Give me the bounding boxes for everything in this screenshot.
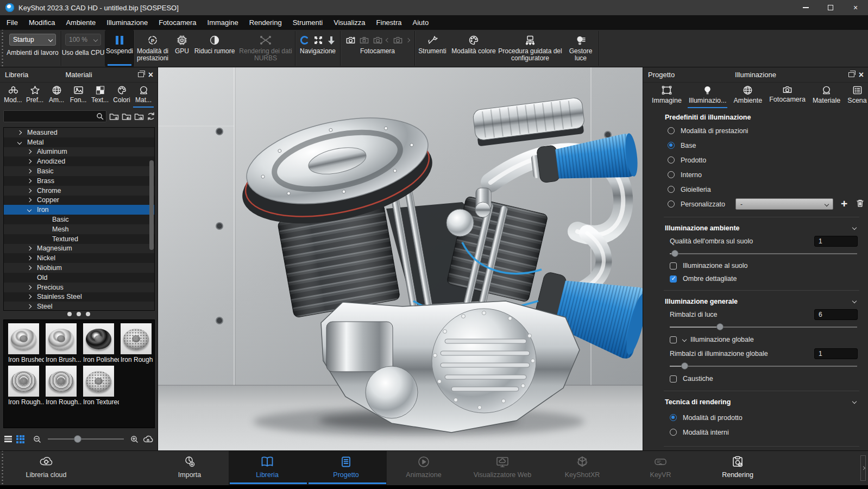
tree-item-chrome[interactable]: Chrome <box>4 186 154 196</box>
menu-modifica[interactable]: Modifica <box>23 15 60 30</box>
tree-item-brass[interactable]: Brass <box>4 176 154 186</box>
reset-camera-icon[interactable] <box>300 35 310 45</box>
camera-icon[interactable] <box>393 36 403 45</box>
keyshotxr-button[interactable]: KeyShotXR <box>542 454 623 479</box>
project-ribbon-button[interactable]: Progetto <box>305 454 387 479</box>
delete-preset-icon[interactable] <box>856 199 864 209</box>
collapse-section-icon[interactable] <box>852 299 857 303</box>
custom-preset-dropdown[interactable]: - <box>735 198 833 210</box>
tab-colors[interactable]: Colori <box>111 84 133 108</box>
material-thumb-iron-brushed[interactable]: Iron Brushed <box>8 323 39 363</box>
nurbs-rendering-button[interactable]: Rendering dei dati NURBS <box>236 30 295 67</box>
menu-aiuto[interactable]: Aiuto <box>407 15 435 30</box>
tree-item-iron[interactable]: Iron <box>4 205 154 215</box>
tab-materials[interactable]: Mat... <box>133 84 154 108</box>
detailed-shadows-row[interactable]: Ombre dettagliate <box>643 272 868 285</box>
zoom-out-icon[interactable] <box>33 435 41 443</box>
cycle-camera-icon[interactable] <box>373 36 383 45</box>
menu-visualizza[interactable]: Visualizza <box>328 15 370 30</box>
preset-jewelry[interactable]: Gioielleria <box>643 182 868 197</box>
tree-item-magnesium[interactable]: Magnesium <box>4 244 154 254</box>
cpu-usage-dropdown[interactable]: 100 % <box>65 34 101 46</box>
tab-camera[interactable]: Fotocamera <box>768 84 807 108</box>
animation-button[interactable]: Animazione <box>383 454 464 479</box>
menu-finestra[interactable]: Finestra <box>371 15 407 30</box>
tree-item-anodized[interactable]: Anodized <box>4 156 154 166</box>
add-camera-icon[interactable] <box>345 36 356 45</box>
minimize-button[interactable] <box>793 0 818 15</box>
add-folder-icon[interactable] <box>109 112 119 121</box>
tab-image[interactable]: Immagine <box>651 84 683 108</box>
tree-item-iron-textured[interactable]: Textured <box>4 234 154 244</box>
tree-item-stainless-steel[interactable]: Stainless Steel <box>4 292 154 302</box>
list-view-icon[interactable] <box>4 436 12 442</box>
material-thumb-iron-brushed2[interactable]: Iron Brush... <box>46 323 77 363</box>
material-thumb-iron-rough[interactable]: Iron Rough <box>121 323 152 363</box>
tree-item-precious[interactable]: Precious <box>4 283 154 292</box>
close-panel-icon[interactable]: × <box>148 72 153 78</box>
navigation-group[interactable]: Navigazione <box>295 30 340 67</box>
tab-textures[interactable]: Text... <box>89 84 111 108</box>
global-illumination-row[interactable]: Illuminazione globale <box>643 333 868 347</box>
color-mode-button[interactable]: Modalità colore <box>450 30 498 67</box>
thumbnail-size-slider[interactable] <box>48 435 124 443</box>
import-button[interactable]: Importa <box>149 454 230 479</box>
light-bounces-input[interactable] <box>814 309 858 320</box>
interior-mode-row[interactable]: Modalità interni <box>643 425 868 440</box>
cloud-library-button[interactable]: Libreria cloud <box>5 454 87 479</box>
product-mode-row[interactable]: Modalità di prodotto <box>643 410 868 425</box>
tree-item-old[interactable]: Old <box>4 273 154 283</box>
zoom-in-icon[interactable] <box>130 435 139 443</box>
previous-camera-icon[interactable] <box>386 38 390 42</box>
shadow-quality-slider[interactable] <box>670 249 857 258</box>
refresh-icon[interactable] <box>147 112 155 121</box>
fit-view-icon[interactable] <box>313 35 323 45</box>
close-panel-icon[interactable]: × <box>859 72 864 78</box>
cloud-upload-icon[interactable] <box>143 435 153 443</box>
caustics-row[interactable]: Caustiche <box>643 372 868 386</box>
denoise-button[interactable]: Riduci rumore <box>193 30 236 67</box>
preset-custom[interactable]: Personalizzato - + <box>643 197 868 211</box>
tab-scene[interactable]: Scena <box>846 84 867 108</box>
preset-performance-mode[interactable]: Modalità di prestazioni <box>643 123 868 138</box>
preset-product[interactable]: Prodotto <box>643 153 868 167</box>
configurator-wizard-button[interactable]: Procedura guidata del configuratore <box>498 30 563 67</box>
ground-illumination-row[interactable]: Illuminazione al suolo <box>643 259 868 272</box>
tab-material[interactable]: Materiale <box>812 84 841 108</box>
menu-fotocamera[interactable]: Fotocamera <box>153 15 202 30</box>
tab-lighting[interactable]: Illuminazio... <box>688 84 727 108</box>
gi-bounces-input[interactable] <box>814 348 858 359</box>
pagination-dots[interactable] <box>0 312 158 316</box>
cpu-usage-control[interactable]: 100 % Uso della CPU <box>61 30 105 67</box>
menu-file[interactable]: File <box>1 15 23 30</box>
material-thumb-iron-rough3[interactable]: Iron Rough... <box>46 366 77 406</box>
maximize-button[interactable] <box>818 0 843 15</box>
add-preset-icon[interactable]: + <box>841 197 847 210</box>
tree-item-steel[interactable]: Steel <box>4 302 154 311</box>
tree-item-copper[interactable]: Copper <box>4 196 154 205</box>
tab-backplates[interactable]: Fon... <box>67 84 89 108</box>
ribbon-drag-handle[interactable] <box>0 451 4 485</box>
tree-scrollbar[interactable] <box>149 160 154 250</box>
tree-item-metal[interactable]: Metal <box>4 137 154 147</box>
tab-environment[interactable]: Ambiente <box>732 84 763 108</box>
float-panel-icon[interactable] <box>848 72 854 77</box>
toolbar-drag-handle[interactable] <box>0 30 4 67</box>
preset-basic[interactable]: Base <box>643 138 868 153</box>
material-thumb-iron-polished[interactable]: Iron Polished <box>83 323 114 363</box>
material-thumb-iron-rough2[interactable]: Iron Rough... <box>8 366 39 406</box>
menu-ambiente[interactable]: Ambiente <box>60 15 101 30</box>
tab-models[interactable]: Mod... <box>2 84 24 108</box>
export-folder-icon[interactable] <box>134 112 144 121</box>
material-tree[interactable]: Measured Metal Aluminum Anodized Basic B… <box>3 127 155 311</box>
camera-group[interactable]: Fotocamera <box>341 30 414 67</box>
tree-item-aluminum[interactable]: Aluminum <box>4 147 154 157</box>
rendering-button[interactable]: Rendering <box>697 454 778 479</box>
light-manager-button[interactable]: Gestore luce <box>563 30 599 67</box>
keyvr-button[interactable]: KeyVR <box>620 454 701 479</box>
ribbon-overflow-arrow[interactable] <box>860 455 866 481</box>
move-down-icon[interactable] <box>327 35 336 45</box>
next-camera-icon[interactable] <box>406 38 410 42</box>
tree-item-basic[interactable]: Basic <box>4 166 154 176</box>
web-viewer-button[interactable]: Visualizzatore Web <box>462 454 543 479</box>
